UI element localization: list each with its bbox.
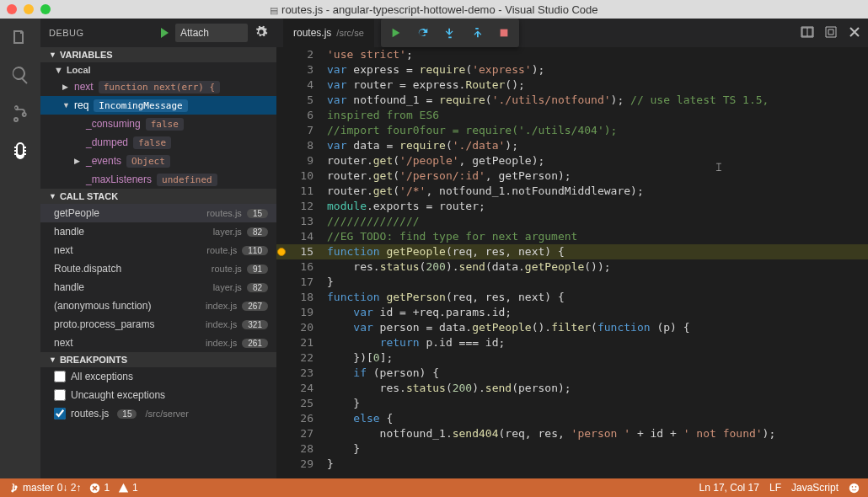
git-branch[interactable]: master 0↓ 2↑: [8, 482, 81, 494]
tab-filename: routes.js: [293, 27, 331, 39]
search-icon[interactable]: [10, 65, 30, 88]
debug-sidebar: DEBUG Attach ▼VARIABLES ▼Local ▶next fun…: [40, 19, 276, 478]
code-line[interactable]: 9router.get('/people', getPeople);: [276, 153, 868, 168]
code-line[interactable]: 24 res.status(200).send(person);: [276, 381, 868, 396]
code-line[interactable]: 21 return p.id === id;: [276, 335, 868, 350]
code-editor[interactable]: 2'use strict';3var express = require('ex…: [276, 47, 868, 478]
debug-label: DEBUG: [49, 28, 84, 38]
split-editor-icon[interactable]: [801, 25, 814, 41]
code-line[interactable]: 10router.get('/person/:id', getPerson);: [276, 168, 868, 184]
editor-tabs: routes.js /src/se: [276, 19, 868, 47]
step-into-button[interactable]: [438, 21, 462, 45]
variable-row[interactable]: ▶_events Object: [40, 152, 276, 170]
code-line[interactable]: 5var notfound_1 = require('./utils/notfo…: [276, 93, 868, 108]
explorer-icon[interactable]: [10, 27, 30, 50]
variable-row[interactable]: ▼req IncomingMessage: [40, 96, 276, 115]
step-over-button[interactable]: [411, 21, 435, 45]
variable-row[interactable]: _maxListeners undefined: [40, 170, 276, 189]
bp-all-exceptions-checkbox[interactable]: [54, 371, 66, 382]
bp-file-checkbox[interactable]: [54, 408, 66, 420]
variable-row[interactable]: _dumped false: [40, 133, 276, 152]
window-titlebar: ▤ routes.js - angular-typescript-hottowe…: [0, 0, 868, 19]
svg-rect-0: [501, 29, 508, 37]
code-line[interactable]: 22 })[0];: [276, 350, 868, 366]
stack-frame[interactable]: handlelayer.js82: [40, 278, 276, 297]
stack-frame[interactable]: proto.process_paramsindex.js321: [40, 315, 276, 334]
warnings-count[interactable]: 1: [118, 482, 138, 494]
svg-point-2: [849, 483, 859, 492]
step-out-button[interactable]: [465, 21, 489, 45]
close-editor-icon[interactable]: [848, 25, 861, 41]
code-line[interactable]: 2'use strict';: [276, 47, 868, 62]
variable-row[interactable]: ▶next function next(err) {: [40, 77, 276, 96]
bp-file[interactable]: routes.js 15 /src/server: [40, 404, 276, 423]
continue-button[interactable]: [384, 21, 408, 45]
stack-frame[interactable]: nextroute.js110: [40, 241, 276, 259]
bp-all-exceptions[interactable]: All exceptions: [40, 367, 276, 386]
debug-icon[interactable]: [10, 141, 30, 163]
activity-bar: [0, 19, 40, 478]
bp-uncaught-exceptions-checkbox[interactable]: [54, 389, 66, 401]
stack-frame[interactable]: Route.dispatchroute.js91: [40, 259, 276, 278]
code-line[interactable]: 14//EG TODO: find type for next argument: [276, 229, 868, 244]
code-line[interactable]: 16 res.status(200).send(data.getPeople()…: [276, 259, 868, 275]
feedback-icon[interactable]: [849, 483, 860, 494]
code-line[interactable]: 29}: [276, 457, 868, 472]
debug-config-select[interactable]: Attach: [175, 24, 248, 42]
errors-count[interactable]: 1: [89, 482, 110, 494]
code-line[interactable]: 3var express = require('express');: [276, 62, 868, 77]
text-cursor-icon: 𝙸: [715, 160, 723, 174]
code-line[interactable]: 27 notfound_1.send404(req, res, 'person …: [276, 426, 868, 441]
editor-area: routes.js /src/se 2'use strict';3var exp…: [276, 19, 868, 478]
window-title: ▤ routes.js - angular-typescript-hottowe…: [0, 3, 868, 16]
breakpoint-icon[interactable]: [277, 248, 286, 256]
gear-icon[interactable]: [255, 25, 268, 40]
stack-frame[interactable]: (anonymous function)index.js267: [40, 297, 276, 315]
tab-path: /src/se: [336, 28, 363, 38]
code-line[interactable]: 4var router = express.Router();: [276, 77, 868, 93]
more-icon[interactable]: [824, 25, 838, 41]
debug-toolbar[interactable]: [381, 19, 519, 47]
source-control-icon[interactable]: [10, 103, 30, 126]
stack-frame[interactable]: nextindex.js261: [40, 334, 276, 352]
variable-row[interactable]: _consuming false: [40, 115, 276, 133]
breakpoints-section[interactable]: ▼BREAKPOINTS: [40, 352, 276, 367]
callstack-section[interactable]: ▼CALL STACK: [40, 189, 276, 204]
code-line[interactable]: 20 var person = data.getPeople().filter(…: [276, 320, 868, 335]
code-line[interactable]: 19 var id = +req.params.id;: [276, 305, 868, 320]
cursor-position[interactable]: Ln 17, Col 17: [699, 482, 759, 494]
code-line[interactable]: 18function getPerson(req, res, next) {: [276, 290, 868, 305]
code-line[interactable]: 25 }: [276, 396, 868, 411]
code-line[interactable]: 17}: [276, 275, 868, 290]
variables-section[interactable]: ▼VARIABLES: [40, 47, 276, 62]
tab-routes[interactable]: routes.js /src/se: [283, 19, 374, 47]
code-line[interactable]: 15function getPeople(req, res, next) {: [276, 244, 868, 259]
status-bar: master 0↓ 2↑ 1 1 Ln 17, Col 17 LF JavaSc…: [0, 478, 868, 497]
code-line[interactable]: 12module.exports = router;: [276, 199, 868, 214]
stack-frame[interactable]: getPeopleroutes.js15: [40, 204, 276, 222]
code-line[interactable]: 28 }: [276, 441, 868, 457]
debug-header: DEBUG Attach: [40, 19, 276, 47]
bp-uncaught-exceptions[interactable]: Uncaught exceptions: [40, 386, 276, 404]
eol-indicator[interactable]: LF: [769, 482, 781, 494]
code-line[interactable]: 6inspired from ES6: [276, 108, 868, 123]
code-line[interactable]: 13//////////////: [276, 214, 868, 229]
local-scope[interactable]: ▼Local: [40, 62, 276, 77]
stack-frame[interactable]: handlelayer.js82: [40, 222, 276, 241]
svg-point-4: [855, 486, 857, 488]
code-line[interactable]: 11router.get('/*', notfound_1.notFoundMi…: [276, 184, 868, 199]
svg-point-3: [852, 486, 854, 488]
code-line[interactable]: 8var data = require('./data');: [276, 138, 868, 153]
code-line[interactable]: 7//import four0four = require('./utils/4…: [276, 123, 868, 138]
code-line[interactable]: 26 else {: [276, 411, 868, 426]
stop-button[interactable]: [492, 21, 516, 45]
code-line[interactable]: 23 if (person) {: [276, 366, 868, 381]
start-debug-button[interactable]: [161, 28, 169, 38]
bp-line-badge: 15: [117, 409, 137, 419]
language-mode[interactable]: JavaScript: [791, 482, 839, 494]
